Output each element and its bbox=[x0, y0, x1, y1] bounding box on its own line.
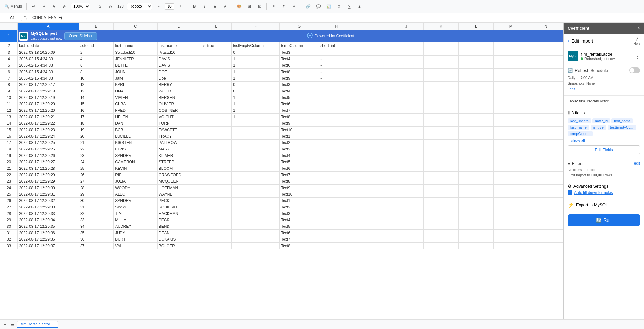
table-cell[interactable] bbox=[354, 165, 389, 172]
table-cell[interactable]: 2022-08-17 12:29:25 bbox=[18, 140, 79, 146]
table-row[interactable]: 122022-08-17 12:29:2016FREDCOSTNER1Text7 bbox=[0, 107, 563, 114]
table-row[interactable]: 222022-08-17 12:29:2926RIPCRAWFORDText7 bbox=[0, 172, 563, 178]
table-cell[interactable] bbox=[494, 114, 528, 120]
export-section[interactable]: ⚡ Export to MySQL bbox=[564, 198, 644, 211]
table-cell[interactable]: OLIVIER bbox=[157, 101, 201, 107]
table-cell[interactable] bbox=[528, 120, 563, 127]
table-cell[interactable]: PALTROW bbox=[157, 140, 201, 146]
table-cell[interactable] bbox=[389, 198, 423, 204]
table-cell[interactable]: 2022-08-17 12:29:18 bbox=[18, 88, 79, 94]
table-cell[interactable] bbox=[494, 88, 528, 94]
table-cell[interactable]: BERGEN bbox=[157, 94, 201, 101]
table-cell[interactable]: 12 bbox=[79, 82, 113, 88]
table-cell[interactable]: LUCILLE bbox=[114, 133, 158, 140]
table-row[interactable]: 32022-08-18 10:29:092Swadesh10Prasad100T… bbox=[0, 49, 563, 56]
table-cell[interactable] bbox=[389, 223, 423, 230]
row-header-1[interactable]: 1 bbox=[0, 30, 18, 42]
table-cell[interactable] bbox=[424, 185, 458, 191]
table-cell[interactable] bbox=[232, 210, 280, 217]
table-cell[interactable] bbox=[389, 152, 423, 159]
table-cell[interactable] bbox=[494, 140, 528, 146]
table-cell[interactable]: Text5 bbox=[280, 159, 319, 165]
row-header[interactable]: 18 bbox=[0, 146, 18, 152]
table-cell[interactable]: 2022-08-17 12:29:33 bbox=[18, 210, 79, 217]
table-cell[interactable]: Text2 bbox=[280, 140, 319, 146]
table-cell[interactable] bbox=[458, 120, 493, 127]
currency-button[interactable]: $ bbox=[96, 2, 104, 11]
table-cell[interactable] bbox=[494, 120, 528, 127]
table-cell[interactable] bbox=[528, 152, 563, 159]
table-cell[interactable]: 2006-02-15 4:34:33 bbox=[18, 56, 79, 62]
table-cell[interactable] bbox=[201, 172, 232, 178]
table-cell[interactable]: 2006-02-15 4:34:33 bbox=[18, 75, 79, 82]
table-cell[interactable] bbox=[458, 140, 493, 146]
table-cell[interactable] bbox=[494, 223, 528, 230]
print-button[interactable]: 🖨 bbox=[50, 2, 58, 11]
table-cell[interactable]: BOLGER bbox=[157, 243, 201, 249]
table-cell[interactable]: BURT bbox=[114, 236, 158, 243]
import-menu-button[interactable]: ⋮ bbox=[634, 53, 640, 60]
table-cell[interactable] bbox=[494, 101, 528, 107]
table-cell[interactable] bbox=[528, 230, 563, 236]
table-cell[interactable] bbox=[494, 198, 528, 204]
active-sheet-tab[interactable]: film_rentals.actor ▼ bbox=[17, 321, 58, 328]
row-header[interactable]: 20 bbox=[0, 159, 18, 165]
table-cell[interactable] bbox=[354, 75, 389, 82]
table-cell[interactable]: 30 bbox=[79, 198, 113, 204]
table-cell[interactable] bbox=[389, 56, 423, 62]
refresh-toggle[interactable] bbox=[629, 67, 640, 73]
table-cell[interactable]: 2022-08-17 12:29:30 bbox=[18, 185, 79, 191]
table-cell[interactable] bbox=[232, 217, 280, 223]
table-cell[interactable] bbox=[201, 88, 232, 94]
table-cell[interactable] bbox=[389, 159, 423, 165]
table-cell[interactable] bbox=[528, 133, 563, 140]
row-header[interactable]: 25 bbox=[0, 191, 18, 198]
table-row[interactable]: 112022-08-17 12:29:2015CUBAOLIVIER1Text6 bbox=[0, 101, 563, 107]
table-cell[interactable] bbox=[319, 178, 354, 185]
col-header-I[interactable]: I bbox=[354, 23, 389, 30]
table-cell[interactable] bbox=[494, 204, 528, 210]
table-row[interactable]: 232022-08-17 12:29:2927JULIAMCQUEENText8 bbox=[0, 178, 563, 185]
sheets-menu-button[interactable]: ☰ bbox=[9, 321, 16, 328]
table-cell[interactable] bbox=[528, 94, 563, 101]
row-header[interactable]: 28 bbox=[0, 210, 18, 217]
table-row[interactable]: 92022-08-17 12:29:1813UMAWOOD0Text4 bbox=[0, 88, 563, 94]
table-cell[interactable] bbox=[354, 94, 389, 101]
table-cell[interactable]: Text4 bbox=[280, 88, 319, 94]
row-header[interactable]: 31 bbox=[0, 230, 18, 236]
table-cell[interactable] bbox=[201, 140, 232, 146]
table-cell[interactable] bbox=[389, 146, 423, 152]
table-cell[interactable] bbox=[424, 204, 458, 210]
table-cell[interactable]: 27 bbox=[79, 178, 113, 185]
table-cell[interactable] bbox=[232, 198, 280, 204]
paint-format-button[interactable]: 🖌 bbox=[60, 2, 69, 11]
table-cell[interactable]: 29 bbox=[79, 191, 113, 198]
table-cell[interactable] bbox=[389, 204, 423, 210]
table-cell[interactable] bbox=[354, 223, 389, 230]
table-cell[interactable] bbox=[494, 159, 528, 165]
row-header[interactable]: 27 bbox=[0, 204, 18, 210]
table-cell[interactable]: 16 bbox=[79, 107, 113, 114]
table-cell[interactable] bbox=[458, 217, 493, 223]
table-cell[interactable]: 2022-08-17 12:29:26 bbox=[18, 152, 79, 159]
table-cell[interactable] bbox=[201, 236, 232, 243]
table-cell[interactable]: WOOD bbox=[157, 88, 201, 94]
table-cell[interactable]: VIVIEN bbox=[114, 94, 158, 101]
table-cell[interactable] bbox=[424, 210, 458, 217]
col-header-H[interactable]: H bbox=[319, 23, 354, 30]
table-cell[interactable]: Text7 bbox=[280, 107, 319, 114]
table-row[interactable]: 332022-08-17 12:29:3737VALBOLGERText8 bbox=[0, 243, 563, 249]
table-cell[interactable]: DEAN bbox=[157, 230, 201, 236]
table-cell[interactable]: KIRSTEN bbox=[114, 140, 158, 146]
table-row[interactable]: 162022-08-17 12:29:2420LUCILLETRACYText1 bbox=[0, 133, 563, 140]
table-cell[interactable] bbox=[424, 223, 458, 230]
table-row[interactable]: 102022-08-17 12:29:1914VIVIENBERGEN1Text… bbox=[0, 94, 563, 101]
table-cell[interactable]: 1 bbox=[232, 69, 280, 75]
col-header-M[interactable]: M bbox=[494, 23, 528, 30]
link-button[interactable]: 🔗 bbox=[304, 2, 312, 11]
table-cell[interactable] bbox=[319, 217, 354, 223]
table-row[interactable]: 212022-08-17 12:29:2825KEVINBLOOMText6 bbox=[0, 165, 563, 172]
table-cell[interactable]: WOODY bbox=[114, 185, 158, 191]
table-cell[interactable] bbox=[354, 236, 389, 243]
table-cell[interactable]: 1 bbox=[232, 75, 280, 82]
